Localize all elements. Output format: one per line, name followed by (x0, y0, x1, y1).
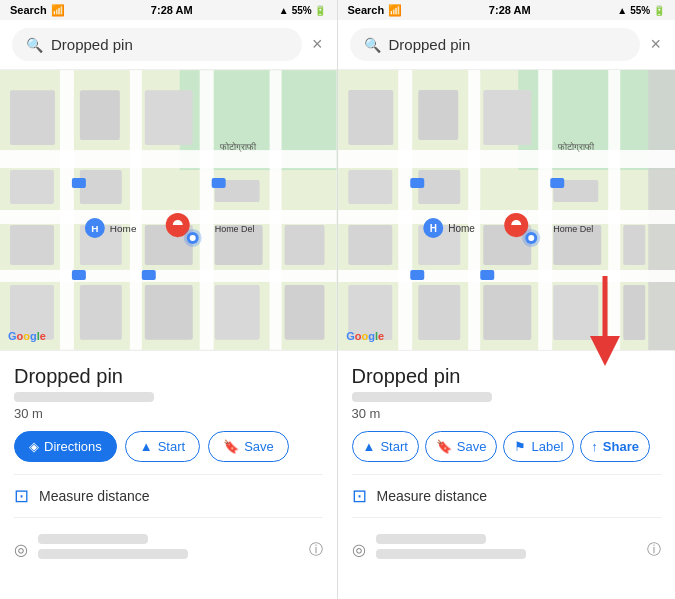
svg-rect-48 (468, 70, 480, 350)
search-input-left[interactable]: 🔍 Dropped pin (12, 28, 302, 61)
info-icon-left[interactable]: ⓘ (309, 541, 323, 559)
close-button-left[interactable]: × (310, 32, 325, 57)
svg-text:Home Del: Home Del (553, 224, 593, 234)
svg-rect-5 (60, 70, 74, 350)
svg-text:H: H (91, 223, 98, 234)
svg-rect-2 (0, 150, 337, 168)
svg-rect-31 (212, 178, 226, 188)
redacted-address-left (14, 392, 154, 402)
signal-icon-right: ▲ (617, 5, 627, 16)
measure-icon-left: ⊡ (14, 485, 29, 507)
save-icon-left: 🔖 (223, 439, 239, 454)
svg-rect-14 (10, 170, 54, 204)
search-input-right[interactable]: 🔍 Dropped pin (350, 28, 641, 61)
svg-text:फोटोग्राफी: फोटोग्राफी (219, 141, 257, 153)
svg-rect-23 (285, 225, 325, 265)
location-text-1-left (38, 534, 148, 544)
close-button-right[interactable]: × (648, 32, 663, 57)
svg-rect-10 (80, 90, 120, 140)
directions-icon: ◈ (29, 439, 39, 454)
svg-rect-16 (80, 170, 122, 204)
search-bar-left[interactable]: 🔍 Dropped pin × (0, 20, 337, 70)
search-bar-right[interactable]: 🔍 Dropped pin × (338, 20, 676, 70)
start-icon-left: ▲ (140, 439, 153, 454)
pin-title-left: Dropped pin (14, 365, 323, 388)
share-button-right[interactable]: ↑ Share (580, 431, 650, 462)
svg-rect-63 (483, 285, 531, 340)
svg-rect-51 (348, 90, 393, 145)
start-label-right: Start (380, 439, 407, 454)
svg-text:H: H (429, 223, 436, 234)
bottom-panel-left: Dropped pin 30 m ◈ Directions ▲ Start 🔖 … (0, 350, 337, 581)
status-right-left: ▲ 55% 🔋 (279, 5, 327, 16)
distance-right: 30 m (352, 406, 662, 421)
location-text-2-left (38, 549, 188, 559)
distance-left: 30 m (14, 406, 323, 421)
label-button-right[interactable]: ⚑ Label (503, 431, 574, 462)
location-row-right: ◎ ⓘ (352, 526, 662, 573)
save-button-right[interactable]: 🔖 Save (425, 431, 498, 462)
battery-left: 55% 🔋 (292, 5, 327, 16)
svg-rect-29 (72, 270, 86, 280)
redacted-address-right (352, 392, 492, 402)
action-buttons-left: ◈ Directions ▲ Start 🔖 Save (14, 431, 323, 462)
wifi-icon: 📶 (51, 4, 65, 17)
start-button-right[interactable]: ▲ Start (352, 431, 419, 462)
status-bar-right: Search 📶 7:28 AM ▲ 55% 🔋 (338, 0, 676, 20)
svg-rect-71 (410, 270, 424, 280)
label-label-right: Label (531, 439, 563, 454)
directions-label: Directions (44, 439, 102, 454)
svg-text:Google: Google (346, 330, 384, 342)
measure-label-left: Measure distance (39, 488, 150, 504)
svg-rect-57 (348, 225, 392, 265)
signal-icon-left: ▲ (279, 5, 289, 16)
location-info-left (38, 534, 299, 565)
svg-rect-72 (480, 270, 494, 280)
svg-rect-15 (10, 225, 54, 265)
info-icon-right[interactable]: ⓘ (647, 541, 661, 559)
share-label-right: Share (603, 439, 639, 454)
status-left-right: Search 📶 (348, 4, 403, 17)
start-label-left: Start (158, 439, 185, 454)
svg-rect-28 (72, 178, 86, 188)
save-button-left[interactable]: 🔖 Save (208, 431, 289, 462)
svg-text:Home Del: Home Del (215, 224, 255, 234)
search-text-left: Dropped pin (51, 36, 288, 53)
left-panel: Search 📶 7:28 AM ▲ 55% 🔋 🔍 Dropped pin × (0, 0, 338, 599)
map-left: H Home Home Del Google फोटोग्राफी (0, 70, 337, 350)
status-right-right: ▲ 55% 🔋 (617, 5, 665, 16)
svg-text:फोटोग्राफी: फोटोग्राफी (557, 141, 595, 153)
bottom-panel-right: Dropped pin 30 m ▲ Start 🔖 Save ⚑ Label … (338, 350, 676, 581)
search-label: Search (10, 4, 47, 16)
action-buttons-right: ▲ Start 🔖 Save ⚑ Label ↑ Share (352, 431, 662, 462)
svg-rect-30 (142, 270, 156, 280)
svg-rect-62 (418, 285, 460, 340)
svg-rect-70 (410, 178, 424, 188)
svg-point-80 (528, 235, 534, 241)
location-text-2-right (376, 549, 526, 559)
right-panel: Search 📶 7:28 AM ▲ 55% 🔋 🔍 Dropped pin × (338, 0, 676, 599)
svg-rect-52 (418, 90, 458, 140)
svg-rect-20 (80, 285, 122, 340)
location-text-1-right (376, 534, 486, 544)
start-button-left[interactable]: ▲ Start (125, 431, 200, 462)
measure-label-right: Measure distance (377, 488, 488, 504)
start-icon-right: ▲ (363, 439, 376, 454)
svg-rect-49 (538, 70, 552, 350)
search-icon-left: 🔍 (26, 37, 43, 53)
measure-row-right[interactable]: ⊡ Measure distance (352, 474, 662, 518)
svg-rect-58 (418, 170, 460, 204)
label-icon-right: ⚑ (514, 439, 526, 454)
measure-row-left[interactable]: ⊡ Measure distance (14, 474, 323, 518)
svg-rect-9 (10, 90, 55, 145)
svg-rect-73 (550, 178, 564, 188)
directions-button[interactable]: ◈ Directions (14, 431, 117, 462)
measure-icon-right: ⊡ (352, 485, 367, 507)
svg-text:Home: Home (448, 223, 475, 234)
svg-rect-53 (483, 90, 531, 145)
svg-rect-21 (145, 285, 193, 340)
svg-text:Home: Home (110, 223, 137, 234)
time-right: 7:28 AM (489, 4, 531, 16)
share-icon-right: ↑ (591, 439, 598, 454)
save-label-right: Save (457, 439, 487, 454)
